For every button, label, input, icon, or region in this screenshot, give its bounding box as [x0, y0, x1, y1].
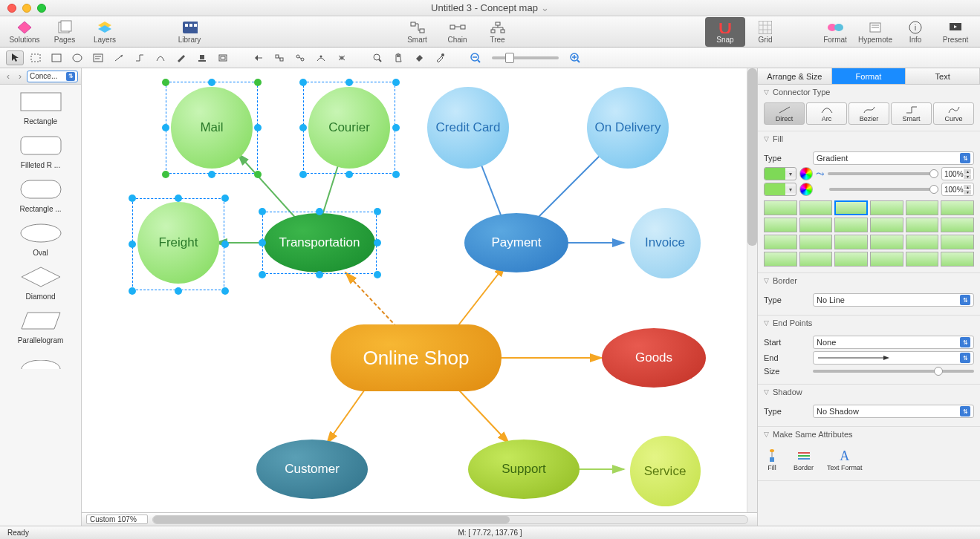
- selection-handle[interactable]: [299, 124, 307, 131]
- fill-slider-2[interactable]: [829, 188, 938, 191]
- gradient-swatch[interactable]: [834, 218, 868, 232]
- same-text-button[interactable]: AText Format: [827, 448, 863, 471]
- select-tool[interactable]: [6, 50, 24, 65]
- sidebar-library-select[interactable]: Conce...⇅: [27, 71, 78, 82]
- same-border-button[interactable]: Border: [794, 448, 814, 471]
- horizontal-scrollbar[interactable]: [152, 515, 748, 524]
- selection-handle[interactable]: [175, 287, 182, 295]
- connector-arc[interactable]: Arc: [806, 102, 847, 125]
- sidebar-back-button[interactable]: ‹: [3, 71, 13, 82]
- selection-handle[interactable]: [392, 79, 400, 86]
- snap-button[interactable]: Snap: [705, 17, 745, 47]
- gradient-swatch[interactable]: [799, 235, 833, 249]
- color-wheel-2[interactable]: [799, 183, 813, 196]
- minimize-window-button[interactable]: [22, 4, 31, 13]
- line-tool[interactable]: [110, 50, 128, 65]
- gradient-swatch[interactable]: [941, 252, 974, 267]
- title-chevron-icon[interactable]: ⌄: [541, 2, 549, 13]
- connector-direct[interactable]: Direct: [764, 102, 805, 125]
- edit-tool-5[interactable]: [333, 50, 351, 65]
- present-button[interactable]: Present: [935, 17, 976, 47]
- same-fill-button[interactable]: Fill: [764, 448, 780, 471]
- section-border[interactable]: ▽Border: [758, 273, 980, 288]
- connector-smart[interactable]: Smart: [891, 102, 932, 125]
- chain-button[interactable]: Chain: [438, 17, 478, 47]
- rect-select-tool[interactable]: [27, 50, 45, 65]
- gradient-swatch[interactable]: [834, 252, 868, 267]
- node-invoice[interactable]: Invoice: [628, 206, 702, 280]
- fill-color-1[interactable]: ▾: [764, 167, 796, 180]
- shape-rectangle[interactable]: Rectangle: [0, 85, 81, 128]
- swap-colors-icon[interactable]: ⤳: [816, 168, 825, 180]
- endpoint-size-slider[interactable]: [813, 370, 974, 373]
- color-wheel-1[interactable]: [799, 167, 813, 180]
- gradient-swatch[interactable]: [764, 235, 797, 249]
- grid-button[interactable]: Grid: [745, 17, 785, 47]
- gradient-swatch[interactable]: [799, 218, 833, 232]
- gradient-swatch[interactable]: [834, 235, 868, 249]
- section-shadow[interactable]: ▽Shadow: [758, 385, 980, 399]
- zoom-window-button[interactable]: [37, 4, 46, 13]
- pen-tool[interactable]: [172, 50, 190, 65]
- selection-handle[interactable]: [208, 79, 215, 86]
- pages-button[interactable]: Pages: [45, 17, 85, 47]
- shadow-type-select[interactable]: No Shadow⇅: [813, 405, 974, 418]
- solutions-button[interactable]: Solutions: [4, 17, 45, 47]
- gradient-swatch[interactable]: [906, 218, 939, 232]
- shape-filleted-rect[interactable]: Filleted R ...: [0, 128, 81, 172]
- selection-handle[interactable]: [316, 208, 323, 215]
- gradient-swatch[interactable]: [941, 218, 974, 232]
- gradient-swatch[interactable]: [764, 252, 797, 267]
- edit-tool-3[interactable]: [291, 50, 309, 65]
- selection-handle[interactable]: [374, 208, 381, 215]
- fill-slider-1[interactable]: [828, 172, 938, 175]
- node-service[interactable]: Service: [628, 436, 702, 506]
- node-ondelivery[interactable]: On Delivery: [580, 83, 676, 172]
- gradient-swatch[interactable]: [941, 235, 974, 249]
- selection-handle[interactable]: [299, 171, 307, 178]
- selection-handle[interactable]: [129, 287, 136, 295]
- section-connector-type[interactable]: ▽Connector Type: [758, 85, 980, 99]
- gradient-swatch[interactable]: [906, 235, 939, 249]
- connector-bezier[interactable]: Bezier: [848, 102, 889, 125]
- selection-handle[interactable]: [221, 287, 229, 295]
- canvas[interactable]: Mail Courier Freight Transportation Cred…: [82, 68, 757, 512]
- gradient-swatch[interactable]: [764, 218, 797, 232]
- endpoint-end-select[interactable]: ⇅: [813, 351, 974, 365]
- section-same-attrs[interactable]: ▽Make Same Attributes: [758, 427, 980, 442]
- tree-button[interactable]: Tree: [478, 17, 518, 47]
- selection-handle[interactable]: [162, 124, 169, 131]
- selection-handle[interactable]: [392, 124, 400, 131]
- fill-pct-2[interactable]: 100%▴▾: [941, 183, 974, 196]
- bucket-tool[interactable]: [410, 50, 428, 65]
- tab-format[interactable]: Format: [832, 68, 906, 84]
- connector-tool[interactable]: [131, 50, 149, 65]
- shape-diamond[interactable]: Diamond: [0, 260, 81, 304]
- tab-text[interactable]: Text: [906, 68, 980, 84]
- zoom-out-tool[interactable]: [467, 50, 484, 65]
- shape-parallelogram[interactable]: Parallelogram: [0, 304, 81, 347]
- info-button[interactable]: iInfo: [895, 17, 935, 47]
- gradient-swatch[interactable]: [870, 218, 903, 232]
- selection-handle[interactable]: [254, 124, 262, 131]
- resize-handle[interactable]: [254, 171, 262, 178]
- selection-handle[interactable]: [129, 195, 136, 202]
- shape-oval[interactable]: Oval: [0, 216, 81, 260]
- selection-handle[interactable]: [345, 171, 353, 178]
- text-tool[interactable]: [89, 50, 107, 65]
- node-onlineshop[interactable]: Online Shop: [331, 324, 502, 391]
- resize-handle[interactable]: [162, 79, 169, 86]
- node-payment[interactable]: Payment: [464, 213, 568, 272]
- fill-pct-1[interactable]: 100%▴▾: [941, 167, 974, 180]
- selection-handle[interactable]: [392, 171, 400, 178]
- gradient-swatch[interactable]: [906, 252, 939, 267]
- selection-handle[interactable]: [259, 208, 266, 215]
- layers-button[interactable]: Layers: [85, 17, 125, 47]
- sidebar-forward-button[interactable]: ›: [15, 71, 25, 82]
- zoom-select[interactable]: Custom 107%: [86, 514, 148, 524]
- zoom-slider[interactable]: [492, 56, 559, 59]
- library-button[interactable]: Library: [169, 17, 210, 47]
- gradient-swatch[interactable]: [870, 235, 903, 249]
- edit-tool-4[interactable]: [312, 50, 330, 65]
- shape-rounded-rect[interactable]: Rectangle ...: [0, 172, 81, 216]
